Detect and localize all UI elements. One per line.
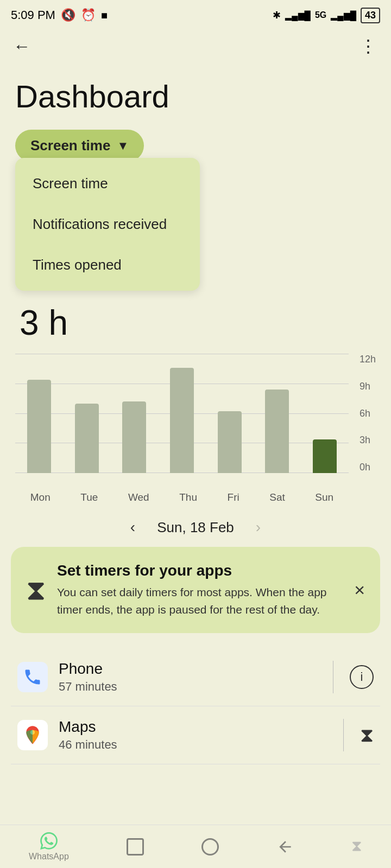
timer-hourglass-icon: ⧗ bbox=[26, 573, 46, 607]
bar-fri-value bbox=[218, 411, 242, 473]
dropdown-selected-label: Screen time bbox=[30, 137, 110, 154]
bottom-navigation: WhatsApp ⧗ bbox=[0, 825, 391, 868]
maps-app-time: 46 minutes bbox=[59, 738, 327, 752]
maps-app-name: Maps bbox=[59, 718, 327, 736]
phone-info-button[interactable]: i bbox=[350, 665, 374, 689]
dropdown-option-screen-time[interactable]: Screen time bbox=[15, 163, 200, 204]
x-label-wed: Wed bbox=[128, 492, 149, 503]
time-display: 5:09 PM bbox=[11, 8, 55, 22]
signal-icons-2: ▂▄▆█ bbox=[331, 10, 356, 21]
y-label-6h: 6h bbox=[360, 408, 376, 419]
y-label-9h: 9h bbox=[360, 381, 376, 392]
maps-app-info: Maps 46 minutes bbox=[59, 718, 327, 752]
bottom-nav-home[interactable] bbox=[201, 838, 219, 856]
bar-wed-value bbox=[122, 401, 146, 473]
app-item-phone[interactable]: Phone 57 minutes i bbox=[11, 648, 380, 706]
y-label-0h: 0h bbox=[360, 462, 376, 473]
phone-app-info: Phone 57 minutes bbox=[59, 660, 317, 694]
phone-app-icon bbox=[17, 662, 48, 692]
top-navigation: ← ⋮ bbox=[0, 30, 391, 62]
maps-timer-button[interactable]: ⧗ bbox=[360, 724, 374, 746]
battery-display: 43 bbox=[361, 8, 380, 23]
status-left: 5:09 PM 🔇 ⏰ ■ bbox=[11, 8, 108, 22]
signal-icons: ▂▄▆█ bbox=[285, 10, 311, 21]
bar-sat bbox=[265, 390, 289, 473]
bar-mon-value bbox=[27, 380, 51, 473]
y-label-3h: 3h bbox=[360, 435, 376, 446]
status-bar: 5:09 PM 🔇 ⏰ ■ ✱ ▂▄▆█ 5G ▂▄▆█ 43 bbox=[0, 0, 391, 30]
bars-container bbox=[15, 354, 349, 473]
phone-app-time: 57 minutes bbox=[59, 680, 317, 694]
timer-card-title: Set timers for your apps bbox=[57, 562, 343, 579]
chart-y-axis: 12h 9h 6h 3h 0h bbox=[360, 354, 376, 473]
screen-time-dropdown-button[interactable]: Screen time ▼ bbox=[15, 130, 144, 162]
bar-fri bbox=[218, 411, 242, 473]
stop-icon: ■ bbox=[101, 9, 108, 22]
bar-chart: 12h 9h 6h 3h 0h bbox=[15, 348, 376, 503]
x-label-fri: Fri bbox=[228, 492, 239, 503]
x-label-thu: Thu bbox=[179, 492, 197, 503]
x-label-sun: Sun bbox=[315, 492, 333, 503]
bluetooth-icon: ✱ bbox=[273, 9, 281, 21]
prev-date-button[interactable]: ‹ bbox=[130, 519, 135, 536]
dropdown-option-notifications[interactable]: Notifications received bbox=[15, 204, 200, 245]
bottom-nav-square[interactable] bbox=[127, 838, 144, 856]
info-icon: i bbox=[361, 670, 363, 684]
x-label-tue: Tue bbox=[80, 492, 98, 503]
page-title: Dashboard bbox=[0, 62, 391, 120]
app-item-maps[interactable]: Maps 46 minutes ⧗ bbox=[11, 706, 380, 764]
timer-card-description: You can set daily timers for most apps. … bbox=[57, 584, 343, 618]
timer-card: ⧗ Set timers for your apps You can set d… bbox=[11, 547, 380, 633]
bar-thu bbox=[170, 368, 194, 473]
chart-total-value: 3 h bbox=[15, 303, 376, 343]
bar-tue-value bbox=[75, 404, 99, 473]
x-label-mon: Mon bbox=[30, 492, 51, 503]
bar-wed bbox=[122, 401, 146, 473]
next-date-button: › bbox=[256, 519, 261, 536]
bottom-nav-timer[interactable]: ⧗ bbox=[351, 838, 362, 856]
chart-x-axis: Mon Tue Wed Thu Fri Sat Sun bbox=[15, 484, 376, 503]
phone-divider bbox=[333, 661, 333, 693]
bar-sun bbox=[313, 439, 337, 473]
x-label-sat: Sat bbox=[269, 492, 285, 503]
status-right: ✱ ▂▄▆█ 5G ▂▄▆█ 43 bbox=[273, 8, 380, 23]
y-label-12h: 12h bbox=[360, 354, 376, 365]
chevron-down-icon: ▼ bbox=[117, 139, 129, 153]
date-navigation: ‹ Sun, 18 Feb › bbox=[0, 503, 391, 547]
current-date-label: Sun, 18 Feb bbox=[157, 519, 234, 536]
bottom-nav-back[interactable] bbox=[276, 838, 294, 856]
bar-mon bbox=[27, 380, 51, 473]
timer-card-close-button[interactable]: × bbox=[354, 579, 365, 601]
app-list: Phone 57 minutes i Maps 46 minutes ⧗ bbox=[0, 648, 391, 764]
dropdown-section: Screen time ▼ Screen time Notifications … bbox=[0, 120, 391, 162]
maps-app-icon bbox=[17, 720, 48, 750]
maps-divider bbox=[343, 719, 344, 751]
phone-app-name: Phone bbox=[59, 660, 317, 678]
bar-thu-value bbox=[170, 368, 194, 473]
dropdown-menu: Screen time Notifications received Times… bbox=[15, 158, 200, 291]
alarm-icon: ⏰ bbox=[81, 8, 96, 22]
more-menu-button[interactable]: ⋮ bbox=[360, 36, 378, 56]
bar-tue bbox=[75, 404, 99, 473]
bar-sat-value bbox=[265, 390, 289, 473]
dropdown-option-times-opened[interactable]: Times opened bbox=[15, 245, 200, 285]
chart-section: 3 h 12h 9h 6h 3h 0h bbox=[0, 292, 391, 503]
mute-icon: 🔇 bbox=[61, 8, 75, 22]
timer-card-content: Set timers for your apps You can set dai… bbox=[57, 562, 343, 618]
back-button[interactable]: ← bbox=[13, 36, 30, 56]
bar-sun-value bbox=[313, 439, 337, 473]
5g-icon: 5G bbox=[315, 10, 326, 20]
bottom-nav-whatsapp[interactable]: WhatsApp bbox=[29, 832, 69, 861]
bottom-nav-whatsapp-label: WhatsApp bbox=[29, 852, 69, 861]
